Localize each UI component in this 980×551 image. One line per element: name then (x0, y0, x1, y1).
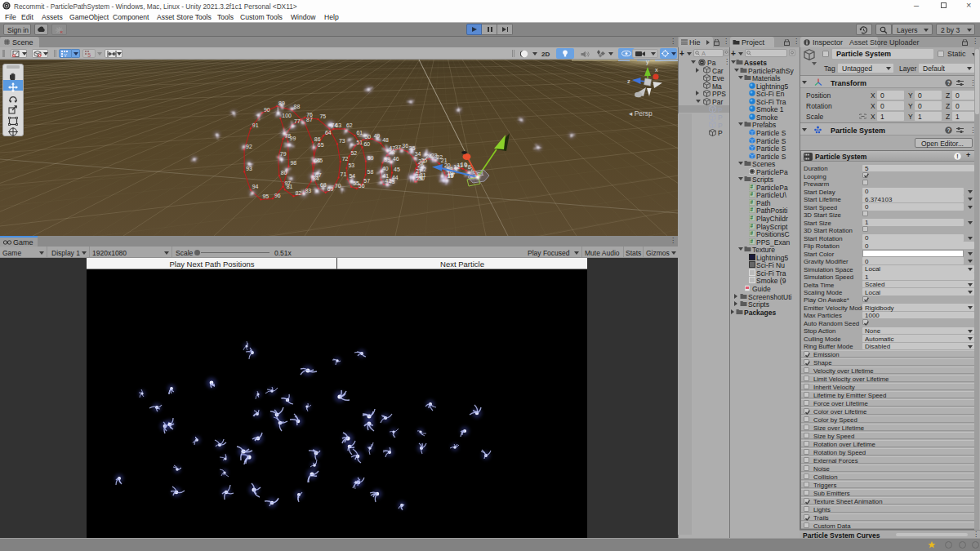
svg-text:64: 64 (325, 130, 332, 136)
svg-text:46: 46 (393, 156, 399, 162)
svg-text:97: 97 (284, 180, 291, 186)
svg-text:◂ Persp: ◂ Persp (629, 109, 653, 118)
svg-text:72: 72 (342, 156, 349, 162)
svg-text:65: 65 (318, 142, 324, 148)
svg-text:36: 36 (402, 143, 408, 149)
svg-text:88: 88 (294, 104, 301, 109)
svg-text:58: 58 (368, 169, 374, 175)
svg-text:#: # (750, 238, 753, 244)
svg-text:69: 69 (327, 186, 334, 192)
svg-text:96: 96 (274, 193, 281, 198)
svg-text:31: 31 (420, 172, 426, 178)
svg-text:87: 87 (306, 117, 313, 122)
svg-text:86: 86 (314, 136, 321, 142)
svg-text:71: 71 (341, 171, 347, 177)
svg-text:37: 37 (395, 144, 402, 150)
svg-text:73: 73 (339, 138, 345, 144)
svg-text:79: 79 (280, 151, 287, 157)
svg-text:35: 35 (409, 145, 416, 151)
svg-text:52: 52 (351, 150, 358, 156)
svg-text:#: # (750, 184, 753, 189)
svg-text:51: 51 (357, 140, 363, 145)
svg-text:53: 53 (348, 162, 354, 168)
svg-text:77: 77 (294, 118, 301, 124)
svg-text:#: # (750, 192, 753, 198)
svg-text:50: 50 (365, 134, 372, 140)
svg-text:33: 33 (418, 158, 425, 164)
svg-text:z: z (627, 78, 630, 85)
svg-text:#: # (750, 207, 753, 213)
svg-text:44: 44 (392, 175, 399, 180)
svg-text:23: 23 (431, 153, 438, 158)
svg-text:5: 5 (87, 52, 91, 57)
svg-text:82: 82 (296, 190, 302, 196)
svg-text:?: ? (947, 127, 951, 133)
svg-text:98: 98 (290, 160, 296, 166)
svg-text:80: 80 (281, 170, 287, 176)
svg-text:92: 92 (246, 144, 252, 149)
svg-text:#: # (750, 199, 753, 205)
svg-text:89: 89 (278, 100, 285, 106)
svg-text:45: 45 (394, 167, 400, 172)
svg-text:94: 94 (252, 184, 259, 189)
svg-text:83: 83 (305, 188, 311, 193)
svg-text:54: 54 (350, 173, 356, 179)
svg-text:32: 32 (420, 167, 426, 172)
svg-text:90: 90 (264, 107, 270, 113)
svg-text:49: 49 (374, 133, 381, 139)
svg-text:95: 95 (262, 193, 269, 199)
svg-text:Y: Y (64, 53, 67, 57)
svg-text:93: 93 (246, 166, 252, 171)
svg-text:57: 57 (363, 178, 370, 184)
svg-text:85: 85 (316, 158, 323, 163)
svg-text:#: # (750, 215, 753, 220)
svg-text:91: 91 (252, 122, 259, 128)
svg-text:62: 62 (346, 122, 353, 128)
svg-text:?: ? (947, 80, 951, 86)
svg-text:34: 34 (415, 151, 421, 157)
svg-text:100: 100 (282, 113, 292, 118)
svg-text:48: 48 (382, 137, 389, 143)
svg-text:68: 68 (320, 182, 327, 188)
svg-text:47: 47 (389, 145, 395, 151)
svg-text:70: 70 (335, 183, 341, 189)
svg-text:60: 60 (364, 141, 371, 147)
svg-text:#: # (750, 223, 753, 229)
svg-text:99: 99 (290, 136, 296, 141)
svg-text:y: y (646, 60, 649, 65)
svg-text:#: # (750, 230, 753, 236)
svg-text:40: 40 (382, 166, 389, 171)
svg-text:74: 74 (331, 122, 337, 128)
svg-text:61: 61 (356, 130, 363, 136)
svg-text:84: 84 (313, 176, 319, 181)
svg-text:75: 75 (319, 113, 326, 119)
svg-text:x: x (655, 66, 658, 73)
svg-text:59: 59 (368, 155, 374, 161)
svg-text:!: ! (956, 153, 958, 159)
svg-text:8: 8 (468, 164, 471, 170)
svg-text:39: 39 (384, 157, 390, 162)
